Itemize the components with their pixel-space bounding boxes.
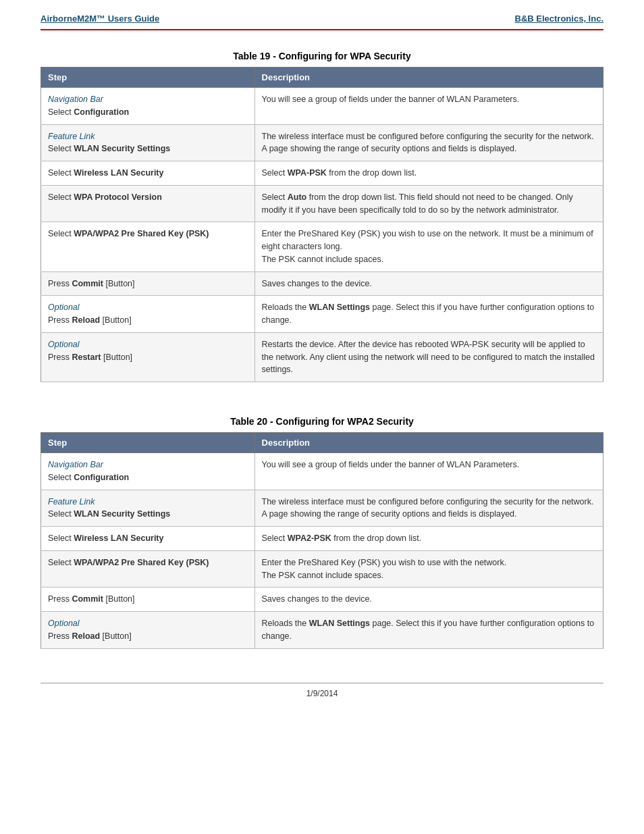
- step-italic: Feature Link: [48, 497, 95, 506]
- table19-step7: Optional Press Reload [Button]: [41, 296, 255, 333]
- table20-col-step: Step: [41, 433, 255, 453]
- step-suffix: [Button]: [103, 279, 135, 288]
- table19-step6: Press Commit [Button]: [41, 271, 255, 296]
- table20-desc4: Enter the PreShared Key (PSK) you wish t…: [254, 550, 603, 588]
- table19-header-row: Step Description: [41, 68, 603, 88]
- step-prefix: Select: [48, 509, 74, 519]
- table20-step6: Optional Press Reload [Button]: [41, 612, 255, 649]
- table19-section: Table 19 - Configuring for WPA Security …: [41, 51, 603, 382]
- step-bold: WPA/WPA2 Pre Shared Key (PSK): [74, 229, 209, 238]
- table20: Step Description Navigation Bar Select C…: [41, 432, 603, 649]
- table20-desc3: Select WPA2-PSK from the drop down list.: [254, 527, 603, 551]
- table20-section: Table 20 - Configuring for WPA2 Security…: [41, 416, 603, 649]
- step-suffix: [Button]: [101, 353, 133, 362]
- step-bold: WLAN Security Settings: [74, 509, 170, 519]
- table-row: Navigation Bar Select Configuration You …: [41, 453, 603, 490]
- table-row: Optional Press Reload [Button] Reloads t…: [41, 612, 603, 649]
- table20-step2: Feature Link Select WLAN Security Settin…: [41, 490, 255, 527]
- step-prefix: Select: [48, 558, 74, 567]
- step-prefix: Select: [48, 533, 74, 543]
- step-bold: Wireless LAN Security: [74, 533, 163, 543]
- step-prefix: Select: [48, 144, 74, 153]
- step-prefix: Select: [48, 229, 74, 238]
- table19-title: Table 19 - Configuring for WPA Security: [41, 51, 603, 61]
- step-bold: Reload: [72, 315, 100, 325]
- step-bold: Restart: [72, 353, 101, 362]
- table19-desc2: The wireless interface must be configure…: [254, 124, 603, 161]
- table19-step3: Select Wireless LAN Security: [41, 161, 255, 186]
- step-bold: WPA Protocol Version: [74, 192, 162, 202]
- table-row: Select Wireless LAN Security Select WPA-…: [41, 161, 603, 186]
- step-prefix: Select: [48, 168, 74, 178]
- table20-desc6: Reloads the WLAN Settings page. Select t…: [254, 612, 603, 649]
- table20-step1: Navigation Bar Select Configuration: [41, 453, 255, 490]
- table-row: Optional Press Reload [Button] Reloads t…: [41, 296, 603, 333]
- table-row: Select Wireless LAN Security Select WPA2…: [41, 527, 603, 551]
- page-header: AirborneM2M™ Users Guide B&B Electronics…: [41, 14, 603, 30]
- header-left-title: AirborneM2M™ Users Guide: [41, 14, 159, 24]
- step-suffix: [Button]: [103, 594, 135, 604]
- table19-desc4: Select Auto from the drop down list. Thi…: [254, 185, 603, 222]
- step-italic: Feature Link: [48, 132, 95, 141]
- table-row: Feature Link Select WLAN Security Settin…: [41, 124, 603, 161]
- table19-desc5: Enter the PreShared Key (PSK) you wish t…: [254, 222, 603, 271]
- table-row: Select WPA/WPA2 Pre Shared Key (PSK) Ent…: [41, 222, 603, 271]
- step-bold: Commit: [72, 594, 103, 604]
- table20-desc1: You will see a group of fields under the…: [254, 453, 603, 490]
- table20-header-row: Step Description: [41, 433, 603, 453]
- step-prefix: Press: [48, 631, 72, 641]
- table20-step5: Press Commit [Button]: [41, 588, 255, 612]
- step-suffix: [Button]: [100, 631, 132, 641]
- step-bold: Commit: [72, 279, 103, 288]
- table19-col-desc: Description: [254, 68, 603, 88]
- table-row: Navigation Bar Select Configuration You …: [41, 88, 603, 125]
- step-italic: Optional: [48, 619, 80, 628]
- table20-step3: Select Wireless LAN Security: [41, 527, 255, 551]
- step-italic: Navigation Bar: [48, 460, 103, 469]
- table19: Step Description Navigation Bar Select C…: [41, 67, 603, 382]
- step-prefix: Press: [48, 353, 72, 362]
- table-row: Select WPA/WPA2 Pre Shared Key (PSK) Ent…: [41, 550, 603, 588]
- table20-desc2: The wireless interface must be configure…: [254, 490, 603, 527]
- table19-step8: Optional Press Restart [Button]: [41, 332, 255, 382]
- step-suffix: [Button]: [100, 315, 132, 325]
- footer-date: 1/9/2014: [306, 689, 338, 698]
- step-italic: Navigation Bar: [48, 95, 103, 104]
- step-italic: Optional: [48, 340, 80, 349]
- step-bold: Wireless LAN Security: [74, 168, 163, 178]
- table20-col-desc: Description: [254, 433, 603, 453]
- table19-desc7: Reloads the WLAN Settings page. Select t…: [254, 296, 603, 333]
- table19-desc1: You will see a group of fields under the…: [254, 88, 603, 125]
- table19-step1: Navigation Bar Select Configuration: [41, 88, 255, 125]
- step-prefix: Press: [48, 315, 72, 325]
- table19-desc8: Restarts the device. After the device ha…: [254, 332, 603, 382]
- table19-step5: Select WPA/WPA2 Pre Shared Key (PSK): [41, 222, 255, 271]
- table19-col-step: Step: [41, 68, 255, 88]
- table-row: Feature Link Select WLAN Security Settin…: [41, 490, 603, 527]
- step-prefix: Select: [48, 192, 74, 202]
- table20-desc5: Saves changes to the device.: [254, 588, 603, 612]
- step-prefix: Press: [48, 594, 72, 604]
- step-bold: Configuration: [74, 107, 129, 117]
- step-bold: Reload: [72, 631, 100, 641]
- step-italic: Optional: [48, 303, 80, 312]
- table20-title: Table 20 - Configuring for WPA2 Security: [41, 416, 603, 427]
- step-prefix: Select: [48, 107, 74, 117]
- header-right-title: B&B Electronics, Inc.: [515, 14, 603, 24]
- table19-step2: Feature Link Select WLAN Security Settin…: [41, 124, 255, 161]
- step-prefix: Select: [48, 473, 74, 482]
- page-container: AirborneM2M™ Users Guide B&B Electronics…: [0, 0, 644, 719]
- table20-step4: Select WPA/WPA2 Pre Shared Key (PSK): [41, 550, 255, 588]
- step-bold: WLAN Security Settings: [74, 144, 170, 153]
- step-prefix: Press: [48, 279, 72, 288]
- page-footer: 1/9/2014: [41, 683, 603, 698]
- table-row: Select WPA Protocol Version Select Auto …: [41, 185, 603, 222]
- table19-desc3: Select WPA-PSK from the drop down list.: [254, 161, 603, 186]
- table-row: Optional Press Restart [Button] Restarts…: [41, 332, 603, 382]
- step-bold: Configuration: [74, 473, 129, 482]
- step-bold: WPA/WPA2 Pre Shared Key (PSK): [74, 558, 209, 567]
- table-row: Press Commit [Button] Saves changes to t…: [41, 588, 603, 612]
- table19-desc6: Saves changes to the device.: [254, 271, 603, 296]
- table19-step4: Select WPA Protocol Version: [41, 185, 255, 222]
- table-row: Press Commit [Button] Saves changes to t…: [41, 271, 603, 296]
